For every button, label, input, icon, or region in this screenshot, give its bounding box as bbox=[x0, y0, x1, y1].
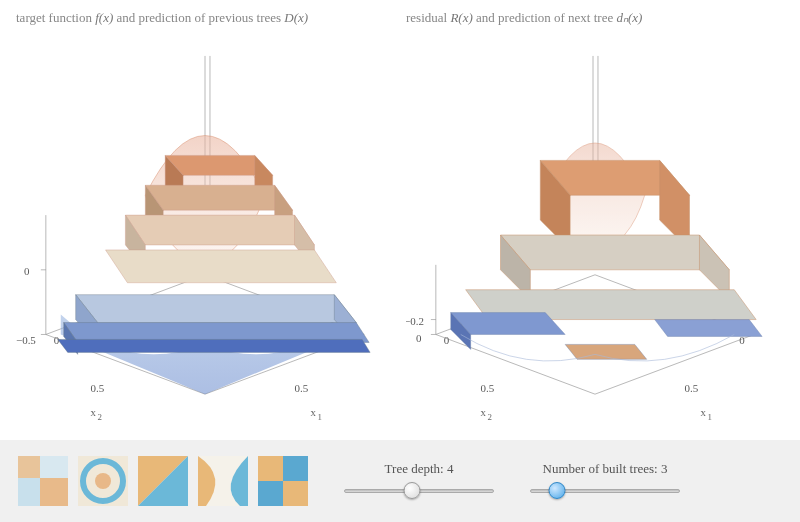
slider-knob[interactable] bbox=[549, 482, 566, 499]
svg-rect-49 bbox=[258, 481, 283, 506]
main-plot-row: target function f(x) and prediction of p… bbox=[0, 0, 800, 440]
left-x2-sub: 2 bbox=[98, 412, 102, 422]
right-x1-label: x bbox=[700, 406, 706, 418]
tree-depth-control: Tree depth: 4 bbox=[344, 461, 494, 501]
right-title-mid: and prediction of next tree bbox=[473, 10, 617, 25]
svg-marker-20 bbox=[58, 339, 370, 352]
right-title-prefix: residual bbox=[406, 10, 450, 25]
thumb-fn-2[interactable] bbox=[78, 456, 128, 506]
right-x1-tick: 0.5 bbox=[685, 382, 699, 394]
left-title-fn2: D(x) bbox=[284, 10, 308, 25]
svg-rect-38 bbox=[40, 456, 68, 478]
thumb-fn-3[interactable] bbox=[138, 456, 188, 506]
right-x1-sub: 1 bbox=[707, 412, 711, 422]
left-x1-sub: 1 bbox=[317, 412, 321, 422]
svg-rect-48 bbox=[283, 456, 308, 481]
thumb-fn-1[interactable] bbox=[18, 456, 68, 506]
left-z-tick-0: 0 bbox=[24, 265, 30, 277]
left-title-fn1: f(x) bbox=[95, 10, 113, 25]
right-x2-sub: 2 bbox=[488, 412, 492, 422]
right-z-tick-1: 0 bbox=[416, 332, 422, 344]
left-plot-panel: target function f(x) and prediction of p… bbox=[10, 10, 400, 440]
right-x2-label: x bbox=[481, 406, 487, 418]
slider-knob[interactable] bbox=[403, 482, 420, 499]
tree-depth-label: Tree depth: 4 bbox=[385, 461, 454, 477]
right-plot-3d[interactable]: −0.2 0 0.5 0.5 0 0 x 2 x 1 bbox=[406, 30, 784, 440]
controls-bar: Tree depth: 4 Number of built trees: 3 bbox=[0, 440, 800, 522]
left-x1-label: x bbox=[310, 406, 316, 418]
function-thumbnails bbox=[18, 456, 308, 506]
left-x1-tick: 0.5 bbox=[295, 382, 309, 394]
svg-rect-37 bbox=[18, 456, 40, 478]
right-x2-zero: 0 bbox=[444, 334, 450, 346]
left-z-tick-1: −0.5 bbox=[16, 334, 36, 346]
svg-marker-8 bbox=[145, 185, 292, 210]
left-title-mid: and prediction of previous trees bbox=[113, 10, 284, 25]
right-x2-tick: 0.5 bbox=[481, 382, 495, 394]
thumb-fn-5[interactable] bbox=[258, 456, 308, 506]
svg-marker-29 bbox=[501, 235, 730, 270]
svg-marker-15 bbox=[76, 295, 357, 323]
tree-depth-slider[interactable] bbox=[344, 481, 494, 501]
svg-point-43 bbox=[95, 473, 111, 489]
num-trees-control: Number of built trees: 3 bbox=[530, 461, 680, 501]
right-plot-panel: residual R(x) and prediction of next tre… bbox=[400, 10, 790, 440]
thumb-fn-4[interactable] bbox=[198, 456, 248, 506]
left-title-prefix: target function bbox=[16, 10, 95, 25]
svg-rect-39 bbox=[18, 478, 40, 506]
left-plot-title: target function f(x) and prediction of p… bbox=[16, 10, 394, 26]
svg-marker-11 bbox=[125, 215, 314, 245]
right-title-fn1: R(x) bbox=[450, 10, 472, 25]
left-x2-tick: 0.5 bbox=[91, 382, 105, 394]
svg-rect-50 bbox=[283, 481, 308, 506]
svg-rect-47 bbox=[258, 456, 283, 481]
left-plot-3d[interactable]: 0 −0.5 0.5 0.5 0 0 x 2 x 1 bbox=[16, 30, 394, 440]
num-trees-label: Number of built trees: 3 bbox=[543, 461, 668, 477]
right-plot-title: residual R(x) and prediction of next tre… bbox=[406, 10, 784, 26]
right-title-fn2: dₙ(x) bbox=[616, 10, 642, 25]
num-trees-slider[interactable] bbox=[530, 481, 680, 501]
right-z-tick-0: −0.2 bbox=[406, 315, 424, 327]
svg-rect-40 bbox=[40, 478, 68, 506]
left-x2-label: x bbox=[91, 406, 97, 418]
svg-marker-14 bbox=[106, 250, 337, 283]
svg-marker-35 bbox=[655, 320, 762, 337]
